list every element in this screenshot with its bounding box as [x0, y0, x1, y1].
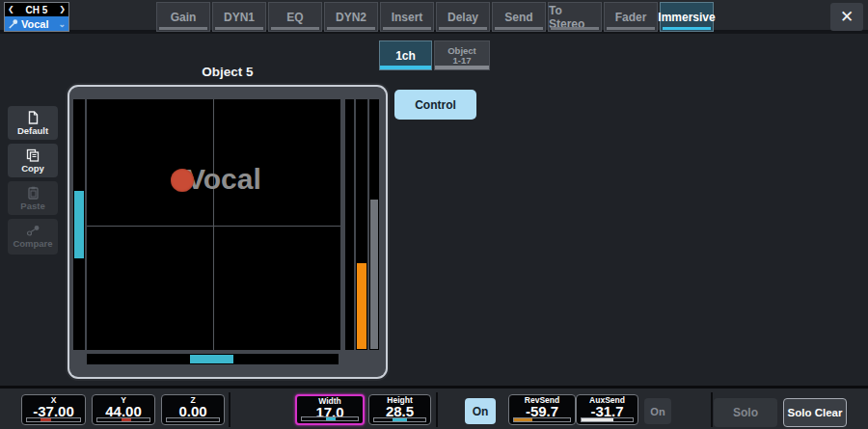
gray-level-bar [370, 200, 378, 349]
orange-level-bar [357, 263, 366, 349]
immersive-on-button[interactable]: On [465, 398, 496, 424]
auxsend-slider [581, 417, 634, 422]
height-value-box[interactable]: Height 28.5 [368, 394, 431, 425]
width-slider-position [326, 417, 336, 420]
revsend-slider [513, 417, 571, 422]
document-icon [27, 111, 40, 124]
tab-insert[interactable]: Insert [380, 2, 434, 32]
default-label: Default [17, 125, 48, 136]
y-slider-position [122, 418, 131, 421]
paste-label: Paste [20, 201, 44, 211]
x-value-box[interactable]: X -37.00 [21, 394, 86, 425]
channel-name: Vocal [21, 18, 55, 30]
tab-delay[interactable]: Delay [436, 2, 490, 32]
y-slider [96, 417, 150, 422]
x-value: -37.00 [22, 405, 85, 418]
tab-to-stereo[interactable]: To Stereo [548, 2, 602, 32]
divider [711, 392, 713, 427]
control-button[interactable]: Control [394, 90, 476, 120]
close-button[interactable]: ✕ [830, 3, 863, 31]
auxsend-slider-fill [582, 418, 613, 421]
tab-send[interactable]: Send [492, 2, 546, 32]
meter-column-3 [369, 99, 379, 350]
object-title: Object 5 [131, 65, 324, 79]
tab-1ch[interactable]: 1ch [379, 40, 432, 70]
revsend-value-box[interactable]: RevSend -59.7 [508, 394, 576, 425]
grid-horizontal-axis [87, 226, 340, 227]
width-meter-strip [87, 354, 339, 364]
compare-button[interactable]: Compare [8, 219, 58, 255]
top-bar: ❮ CH 5 ❯ Vocal ⌄ Gain DYN1 EQ DYN2 Inser… [0, 0, 868, 34]
channel-name-row[interactable]: Vocal ⌄ [5, 16, 68, 31]
prev-channel-button[interactable]: ❮ [8, 6, 14, 13]
pan-area-panel: Vocal [69, 87, 386, 377]
revsend-slider-fill [514, 418, 532, 421]
paste-button[interactable]: Paste [8, 181, 58, 215]
default-button[interactable]: Default [8, 106, 58, 140]
copy-icon [26, 148, 40, 162]
tab-1ch-label: 1ch [395, 49, 416, 63]
auxsend-value: -31.7 [577, 405, 637, 418]
compare-label: Compare [13, 238, 52, 249]
height-value: 28.5 [369, 405, 430, 418]
compare-icon [26, 225, 41, 237]
clipboard-icon [27, 186, 40, 200]
screen-tabs: Gain DYN1 EQ DYN2 Insert Delay Send To S… [156, 2, 714, 32]
height-slider [373, 417, 426, 422]
height-meter-strip [73, 99, 85, 350]
auxsend-on-button[interactable]: On [644, 398, 671, 424]
object-position-dot[interactable] [171, 169, 194, 192]
tab-fader[interactable]: Fader [604, 2, 658, 32]
tab-object-label-line1: Object [448, 46, 476, 56]
width-slider [301, 416, 359, 421]
tab-immersive[interactable]: Immersive [660, 2, 714, 32]
tab-object-label-line2: 1-17 [452, 56, 471, 66]
copy-label: Copy [21, 163, 44, 174]
channel-selector[interactable]: ❮ CH 5 ❯ Vocal ⌄ [4, 2, 69, 32]
tab-gain[interactable]: Gain [156, 2, 210, 32]
divider [436, 392, 438, 427]
width-indicator-bar [190, 355, 233, 363]
z-value: 0.00 [162, 405, 224, 418]
height-indicator-bar [74, 191, 84, 258]
solo-clear-button[interactable]: Solo Clear [783, 398, 847, 427]
tab-object-1-17[interactable]: Object 1-17 [434, 40, 490, 70]
height-slider-position [393, 418, 407, 421]
copy-button[interactable]: Copy [8, 144, 58, 177]
object-name-label: Vocal [186, 163, 261, 196]
meter-column-2 [356, 99, 367, 350]
channel-number-row: ❮ CH 5 ❯ [5, 3, 68, 16]
y-value-box[interactable]: Y 44.00 [92, 394, 155, 425]
pan-grid[interactable]: Vocal [87, 99, 340, 350]
z-slider [166, 417, 220, 422]
divider [229, 392, 231, 427]
next-channel-button[interactable]: ❯ [59, 6, 66, 13]
grid-vertical-axis [213, 99, 214, 350]
width-value-box[interactable]: Width 17.0 [295, 394, 365, 425]
meter-column-1 [345, 99, 354, 350]
solo-button[interactable]: Solo [714, 398, 777, 427]
bottom-parameter-bar: X -37.00 Y 44.00 Z 0.00 Width 17.0 [0, 386, 868, 429]
channel-number: CH 5 [26, 5, 48, 15]
tab-dyn2[interactable]: DYN2 [324, 2, 378, 32]
auxsend-value-box[interactable]: AuxSend -31.7 [576, 394, 638, 425]
revsend-value: -59.7 [509, 405, 575, 418]
chevron-down-icon: ⌄ [58, 19, 66, 29]
tab-eq[interactable]: EQ [268, 2, 322, 32]
tab-dyn1[interactable]: DYN1 [212, 2, 266, 32]
x-slider [26, 417, 81, 422]
z-value-box[interactable]: Z 0.00 [161, 394, 225, 425]
mic-icon [8, 18, 18, 29]
y-value: 44.00 [93, 405, 154, 418]
immersive-pan-screen: ❮ CH 5 ❯ Vocal ⌄ Gain DYN1 EQ DYN2 Inser… [0, 0, 868, 429]
x-slider-position [41, 418, 51, 421]
